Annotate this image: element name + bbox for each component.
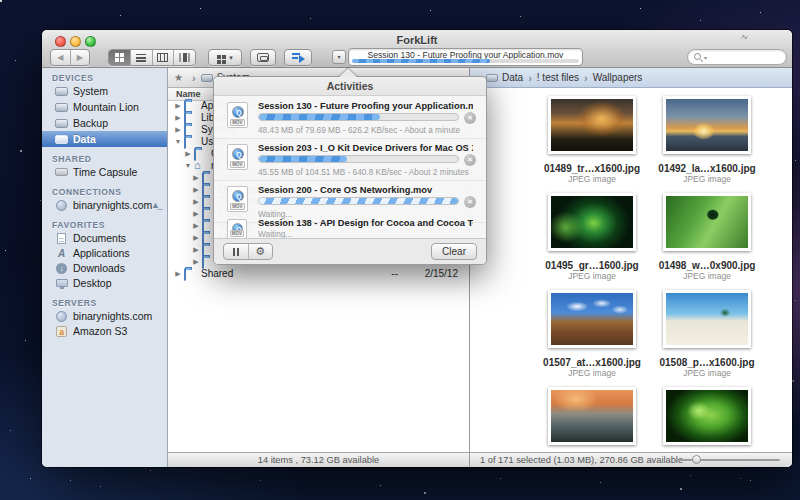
file-item[interactable]: 01507_at…x1600.jpgJPEG image: [533, 288, 651, 385]
favorites-star-icon[interactable]: ★: [174, 72, 183, 83]
mov-file-icon: MOV: [227, 219, 247, 239]
forklift-window: ForkLift ↗↙ ◀ ▶ ▾ ▾: [42, 30, 792, 467]
disclosure-triangle-icon[interactable]: ▼: [184, 160, 192, 172]
disclosure-triangle-icon[interactable]: ▶: [192, 244, 200, 256]
search-input[interactable]: ▾: [687, 49, 787, 65]
toolbar-progress[interactable]: Session 130 - Future Proofing your Appli…: [348, 48, 583, 66]
drive-icon: [54, 87, 69, 96]
disclosure-triangle-icon[interactable]: ▶: [192, 172, 200, 184]
disclosure-triangle-icon[interactable]: ▶: [174, 124, 182, 136]
toolbar-progress-track: [352, 59, 579, 63]
sidebar-item-amazon-s3[interactable]: aAmazon S3: [42, 323, 167, 339]
stars-layer-2: [0, 0, 2, 2]
cancel-icon[interactable]: ×: [464, 154, 476, 166]
left-status-bar: 14 items , 73.12 GB available: [168, 452, 469, 467]
sidebar-item-desktop[interactable]: Desktop: [42, 275, 167, 291]
view-columns-button[interactable]: [153, 50, 175, 65]
downloads-icon: ↓: [54, 263, 69, 274]
thumbnail-image: [548, 290, 636, 348]
fullscreen-icon[interactable]: ↗↙: [740, 33, 748, 40]
back-button[interactable]: ◀: [51, 50, 71, 65]
thumbnail-grid: 01489_tr…x1600.jpgJPEG image 01492_la…x1…: [470, 94, 792, 452]
disclosure-triangle-icon[interactable]: ▶: [192, 196, 200, 208]
sidebar-item-time-capsule[interactable]: Time Capsule: [42, 164, 167, 180]
file-item[interactable]: [533, 385, 651, 452]
file-item[interactable]: 01489_tr…x1600.jpgJPEG image: [533, 94, 651, 191]
disclosure-triangle-icon[interactable]: ▼: [174, 136, 182, 148]
file-item[interactable]: [648, 385, 766, 452]
sidebar-item-label: Time Capsule: [73, 166, 137, 178]
thumbnail-size-slider[interactable]: [674, 459, 780, 461]
disclosure-triangle-icon[interactable]: ▶: [174, 268, 182, 280]
disclosure-triangle-icon[interactable]: ▶: [192, 208, 200, 220]
activity-row[interactable]: MOV Session 130 - Future Proofing your A…: [214, 97, 486, 139]
sync-button[interactable]: [250, 49, 276, 66]
disclosure-triangle-icon[interactable]: ▶: [174, 112, 182, 124]
disclosure-triangle-icon[interactable]: ▶: [192, 256, 200, 268]
activity-detail: 48.43 MB of 79.69 MB - 626.2 KB/sec - Ab…: [258, 125, 483, 135]
transfers-button[interactable]: [284, 49, 312, 66]
forward-icon: ▶: [77, 53, 83, 62]
activity-row[interactable]: MOV Session 138 - API Design for Cocoa a…: [214, 216, 486, 240]
sidebar-item-mountain-lion[interactable]: Mountain Lion: [42, 99, 167, 115]
sidebar-item-label: Data: [73, 133, 96, 145]
thumbnail-image: [663, 290, 751, 348]
documents-icon: [54, 233, 69, 244]
globe-icon: [54, 311, 69, 322]
sidebar-item-downloads[interactable]: ↓Downloads: [42, 260, 167, 276]
cancel-icon[interactable]: ×: [464, 112, 476, 124]
clear-button[interactable]: Clear: [431, 243, 477, 260]
sidebar-item-data[interactable]: Data: [42, 131, 167, 147]
file-item[interactable]: 01508_p…x1600.jpgJPEG image: [648, 288, 766, 385]
file-date: 2/15/12: [403, 268, 458, 280]
file-kind: JPEG image: [648, 174, 766, 184]
activities-popover: Activities MOV Session 130 - Future Proo…: [213, 76, 487, 265]
breadcrumb-data[interactable]: Data: [486, 72, 523, 83]
applications-icon: A: [54, 248, 69, 259]
pause-button[interactable]: [224, 244, 249, 259]
drive-icon: [486, 74, 498, 82]
history-nav: ◀ ▶: [50, 49, 90, 66]
selection-status: 1 of 171 selected (1.03 MB), 270.86 GB a…: [480, 455, 683, 465]
sidebar-item-documents[interactable]: Documents: [42, 230, 167, 246]
sidebar-item-binarynights-connection[interactable]: binarynights.com▲̲: [42, 197, 167, 213]
popover-arrow-fill: [339, 68, 357, 77]
file-kind: JPEG image: [648, 271, 766, 281]
view-coverflow-button[interactable]: [174, 50, 195, 65]
search-scope-caret-icon: ▾: [704, 54, 707, 61]
breadcrumb-test-files[interactable]: ! test files: [537, 72, 579, 83]
disclosure-triangle-icon[interactable]: ▶: [184, 148, 192, 160]
sidebar-item-binarynights-server[interactable]: binarynights.com: [42, 308, 167, 324]
activity-row[interactable]: MOV Session 203 - I_O Kit Device Drivers…: [214, 139, 486, 181]
file-name: 01498_w…0x900.jpg: [648, 260, 766, 271]
sidebar-section-devices: DEVICES: [52, 73, 94, 83]
view-icons-button[interactable]: [109, 50, 131, 65]
file-kind: JPEG image: [533, 174, 651, 184]
view-list-button[interactable]: [131, 50, 153, 65]
breadcrumb-wallpapers[interactable]: Wallpapers: [593, 72, 643, 83]
progress-menu-button[interactable]: ▾: [332, 50, 346, 64]
file-item[interactable]: 01495_gr…1600.jpgJPEG image: [533, 191, 651, 288]
forward-button[interactable]: ▶: [71, 50, 90, 65]
breadcrumb-separator: ›: [584, 72, 588, 84]
tree-row[interactable]: ▶Shared--2/15/12: [168, 268, 469, 280]
disclosure-triangle-icon[interactable]: ▶: [174, 100, 182, 112]
sidebar-item-system[interactable]: System: [42, 83, 167, 99]
file-item[interactable]: 01492_la…x1600.jpgJPEG image: [648, 94, 766, 191]
list-view-icon: [136, 54, 146, 62]
eject-icon[interactable]: ▲̲: [151, 201, 160, 210]
cancel-icon[interactable]: ×: [464, 196, 476, 208]
disclosure-triangle-icon[interactable]: ▶: [192, 232, 200, 244]
breadcrumb-label: Data: [502, 72, 523, 83]
sidebar-item-applications[interactable]: AApplications: [42, 245, 167, 261]
disclosure-triangle-icon[interactable]: ▶: [192, 184, 200, 196]
window-header: ForkLift ↗↙ ◀ ▶ ▾ ▾: [42, 30, 792, 68]
disclosure-triangle-icon[interactable]: ▶: [192, 220, 200, 232]
file-item[interactable]: 01498_w…0x900.jpgJPEG image: [648, 191, 766, 288]
sidebar-item-backup[interactable]: Backup: [42, 115, 167, 131]
slider-knob[interactable]: [692, 455, 701, 464]
settings-button[interactable]: ⚙: [249, 244, 273, 259]
pause-icon: [233, 248, 239, 256]
arrange-button[interactable]: ▾: [208, 49, 242, 66]
file-kind: JPEG image: [648, 368, 766, 378]
